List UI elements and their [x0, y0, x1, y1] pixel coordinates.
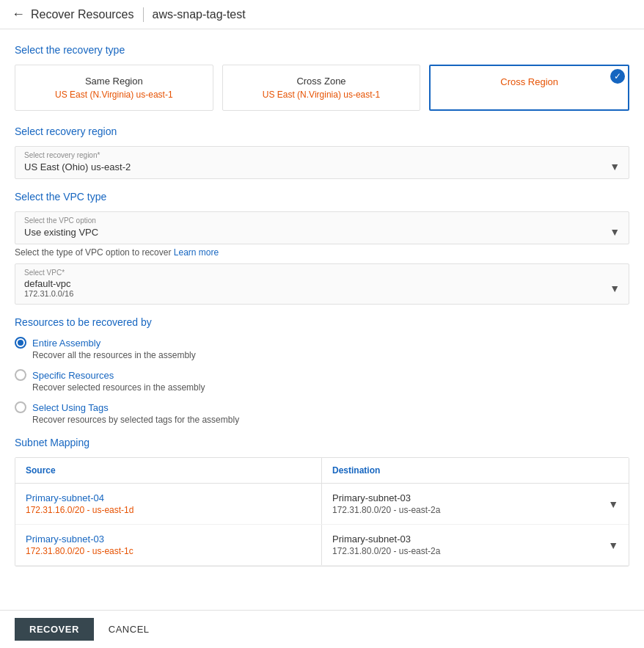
header-divider	[143, 7, 144, 22]
vpc-option-arrow: ▼	[610, 226, 620, 238]
subnet-source-1: Primary-subnet-04 172.31.16.0/20 - us-ea…	[15, 484, 322, 524]
entire-assembly-radio[interactable]	[15, 337, 26, 349]
select-tags-desc: Recover resources by selected tags for t…	[15, 415, 629, 425]
selected-checkmark: ✓	[610, 69, 625, 84]
vpc-option-label: Select the VPC option	[24, 216, 620, 225]
cross-zone-subtitle: US East (N.Virginia) us-east-1	[235, 90, 409, 100]
subnet-dest-2-arrow: ▼	[608, 539, 618, 551]
header: ← Recover Resources aws-snap-tag-test	[0, 0, 644, 29]
vpc-helper-text: Select the type of VPC option to recover…	[15, 247, 629, 258]
back-button[interactable]: ←	[12, 7, 25, 22]
cross-region-card[interactable]: Cross Region ✓	[429, 65, 629, 111]
recovery-region-label: Select recovery region*	[24, 151, 620, 159]
specific-resources-label: Specific Resources	[32, 370, 114, 381]
subnet-dest-1-arrow: ▼	[608, 498, 618, 510]
select-tags-option: Select Using Tags Recover resources by s…	[15, 401, 629, 425]
vpc-select-dropdown[interactable]: Select VPC* default-vpc 172.31.0.0/16 ▼	[15, 263, 629, 305]
subnet-mapping-heading: Subnet Mapping	[15, 437, 629, 448]
main-content: Select the recovery type Same Region US …	[0, 29, 644, 622]
vpc-option-dropdown[interactable]: Select the VPC option Use existing VPC ▼	[15, 211, 629, 244]
subnet-dest-2-name: Primary-subnet-03	[332, 534, 602, 545]
recovery-type-section: Select the recovery type Same Region US …	[15, 44, 629, 111]
specific-resources-option: Specific Resources Recover selected reso…	[15, 369, 629, 393]
subnet-source-2: Primary-subnet-03 172.31.80.0/20 - us-ea…	[15, 525, 322, 565]
select-tags-radio[interactable]	[15, 401, 26, 413]
source-header: Source	[15, 458, 322, 483]
same-region-title: Same Region	[27, 76, 201, 87]
subnet-dest-1[interactable]: Primary-subnet-03 172.31.80.0/20 - us-ea…	[322, 484, 629, 524]
entire-assembly-desc: Recover all the resources in the assembl…	[15, 350, 629, 360]
vpc-type-heading: Select the VPC type	[15, 191, 629, 203]
radio-inner-dot	[18, 340, 23, 346]
subnet-mapping-section: Subnet Mapping Source Destination Primar…	[15, 437, 629, 567]
cancel-button[interactable]: CANCEL	[100, 618, 158, 641]
recovery-region-section: Select recovery region Select recovery r…	[15, 125, 629, 179]
vpc-option-value: Use existing VPC ▼	[24, 226, 620, 238]
subnet-source-2-name: Primary-subnet-03	[26, 534, 311, 545]
recovery-region-arrow: ▼	[610, 161, 620, 172]
recovery-region-value: US East (Ohio) us-east-2 ▼	[24, 161, 620, 172]
subnet-row-1: Primary-subnet-04 172.31.16.0/20 - us-ea…	[15, 484, 629, 525]
subnet-table-header: Source Destination	[15, 458, 629, 484]
subnet-dest-1-detail: 172.31.80.0/20 - us-east-2a	[332, 505, 602, 515]
cross-region-title: Cross Region	[442, 76, 616, 87]
destination-header: Destination	[322, 458, 629, 483]
subnet-source-1-detail: 172.31.16.0/20 - us-east-1d	[26, 505, 311, 515]
recovery-region-heading: Select recovery region	[15, 125, 629, 137]
learn-more-link[interactable]: Learn more	[174, 247, 219, 258]
entire-assembly-radio-row[interactable]: Entire Assembly	[15, 337, 629, 349]
vpc-select-arrow: ▼	[610, 283, 620, 294]
vpc-type-section: Select the VPC type Select the VPC optio…	[15, 191, 629, 305]
select-tags-radio-row[interactable]: Select Using Tags	[15, 401, 629, 413]
same-region-card[interactable]: Same Region US East (N.Virginia) us-east…	[15, 65, 213, 111]
subnet-source-1-name: Primary-subnet-04	[26, 492, 311, 503]
recovery-region-dropdown[interactable]: Select recovery region* US East (Ohio) u…	[15, 146, 629, 179]
cross-zone-card[interactable]: Cross Zone US East (N.Virginia) us-east-…	[222, 65, 421, 111]
recover-button[interactable]: RECOVER	[15, 618, 94, 641]
entire-assembly-label: Entire Assembly	[32, 338, 100, 349]
specific-resources-desc: Recover selected resources in the assemb…	[15, 382, 629, 393]
recovery-type-heading: Select the recovery type	[15, 44, 629, 56]
vpc-select-label: Select VPC*	[24, 269, 620, 277]
resources-heading: Resources to be recovered by	[15, 316, 629, 328]
cross-zone-title: Cross Zone	[235, 76, 409, 87]
select-tags-label: Select Using Tags	[32, 402, 109, 413]
same-region-subtitle: US East (N.Virginia) us-east-1	[27, 90, 201, 100]
entire-assembly-option: Entire Assembly Recover all the resource…	[15, 337, 629, 360]
specific-resources-radio[interactable]	[15, 369, 26, 381]
recovery-type-options: Same Region US East (N.Virginia) us-east…	[15, 65, 629, 111]
subnet-dest-2[interactable]: Primary-subnet-03 172.31.80.0/20 - us-ea…	[322, 525, 629, 565]
specific-resources-radio-row[interactable]: Specific Resources	[15, 369, 629, 381]
header-subtitle: aws-snap-tag-test	[153, 8, 246, 21]
subnet-source-2-detail: 172.31.80.0/20 - us-east-1c	[26, 546, 311, 556]
footer: RECOVER CANCEL	[0, 610, 644, 648]
subnet-dest-1-name: Primary-subnet-03	[332, 492, 602, 503]
resources-section: Resources to be recovered by Entire Asse…	[15, 316, 629, 425]
page-title: Recover Resources	[31, 8, 134, 21]
subnet-row-2: Primary-subnet-03 172.31.80.0/20 - us-ea…	[15, 525, 629, 566]
vpc-select-value: default-vpc 172.31.0.0/16 ▼	[24, 278, 620, 298]
subnet-dest-1-content: Primary-subnet-03 172.31.80.0/20 - us-ea…	[332, 492, 602, 515]
subnet-dest-2-detail: 172.31.80.0/20 - us-east-2a	[332, 546, 602, 556]
subnet-dest-2-content: Primary-subnet-03 172.31.80.0/20 - us-ea…	[332, 534, 602, 556]
subnet-table: Source Destination Primary-subnet-04 172…	[15, 457, 629, 567]
